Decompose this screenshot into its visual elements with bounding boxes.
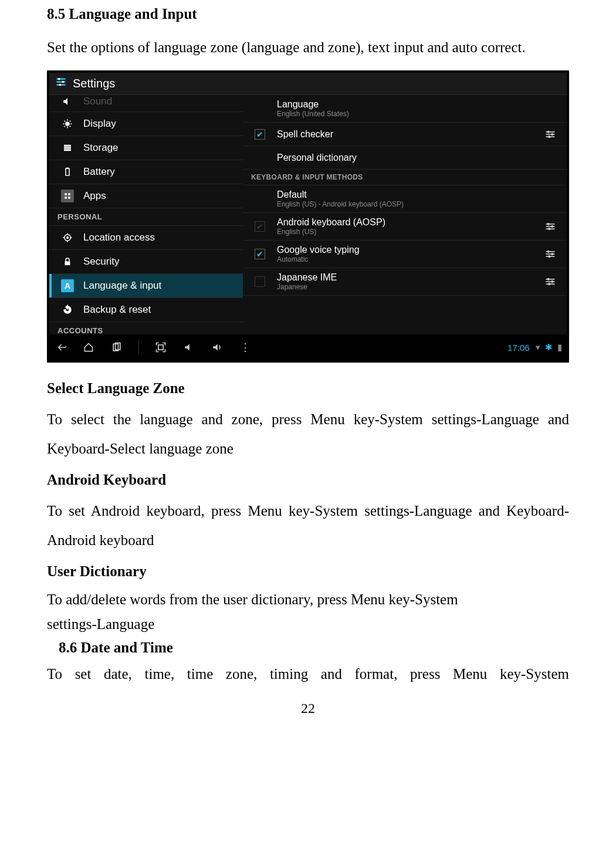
svg-point-3 — [58, 78, 60, 80]
settings-gear-icon[interactable] — [541, 221, 560, 232]
settings-title: Settings — [73, 77, 115, 90]
svg-rect-7 — [64, 145, 71, 147]
paragraph-user-dictionary-1: To add/delete words from the user dictio… — [47, 588, 569, 611]
svg-rect-9 — [64, 149, 71, 151]
row-subtitle: Japanese — [277, 283, 534, 291]
checkbox-icon[interactable]: ✔ — [255, 249, 265, 259]
android-navbar: ⋮ 17:06 ▾ ✱ ▮ — [49, 334, 567, 360]
row-title: Default — [277, 190, 560, 200]
sidebar-item-location[interactable]: Location access — [49, 226, 243, 250]
home-icon[interactable] — [82, 341, 95, 354]
clock-time: 17:06 — [507, 343, 530, 353]
category-keyboard-methods: KEYBOARD & INPUT METHODS — [243, 170, 567, 185]
svg-point-28 — [547, 223, 550, 225]
status-icons: ▾ ✱ ▮ — [533, 342, 562, 353]
sidebar-item-sound[interactable]: Sound — [49, 95, 243, 112]
sidebar-item-storage[interactable]: Storage — [49, 136, 243, 160]
location-icon — [61, 231, 74, 244]
sidebar-item-battery[interactable]: Battery — [49, 160, 243, 184]
speaker-icon — [61, 95, 74, 108]
volume-up-icon[interactable] — [211, 341, 224, 354]
row-subtitle: English (US) — [277, 228, 534, 236]
row-personal-dictionary[interactable]: Personal dictionary — [243, 146, 567, 170]
svg-point-42 — [548, 283, 550, 285]
sidebar-item-security[interactable]: Security — [49, 250, 243, 274]
svg-point-17 — [67, 237, 69, 239]
svg-rect-8 — [64, 147, 71, 149]
row-subtitle: English (US) - Android keyboard (AOSP) — [277, 200, 560, 208]
section-heading-8-6: 8.6 Date and Time — [59, 640, 569, 656]
row-title: Android keyboard (AOSP) — [277, 217, 534, 228]
screenshot-icon[interactable] — [154, 341, 167, 354]
sidebar-item-apps[interactable]: Apps — [49, 184, 243, 208]
paragraph-date-time: To set date, time, time zone, timing and… — [47, 659, 569, 689]
svg-rect-11 — [67, 168, 69, 169]
recent-icon[interactable] — [110, 341, 123, 354]
volume-down-icon[interactable] — [182, 341, 195, 354]
checkbox-icon: ✔ — [255, 221, 265, 232]
svg-point-24 — [548, 136, 550, 138]
svg-rect-18 — [65, 261, 70, 265]
bluetooth-icon: ✱ — [545, 342, 553, 352]
settings-titlebar: Settings — [49, 73, 567, 95]
page-number: 22 — [47, 701, 569, 716]
svg-rect-14 — [65, 197, 67, 199]
subheading-user-dictionary: User Dictionary — [47, 563, 569, 580]
svg-point-23 — [551, 133, 553, 135]
row-google-voice-typing[interactable]: ✔ Google voice typingAutomatic — [243, 241, 567, 268]
svg-rect-45 — [158, 345, 163, 350]
menu-dots-icon[interactable]: ⋮ — [239, 341, 252, 354]
paragraph-user-dictionary-2: settings-Language — [47, 613, 569, 636]
back-icon[interactable] — [54, 341, 67, 354]
lock-icon — [61, 255, 74, 268]
settings-icon — [55, 76, 67, 91]
apps-icon — [61, 190, 74, 202]
svg-point-40 — [547, 278, 550, 280]
language-icon: A — [61, 279, 74, 292]
svg-rect-15 — [68, 197, 70, 199]
row-language[interactable]: LanguageEnglish (United States) — [243, 95, 567, 123]
sidebar-item-language-input[interactable]: A Language & input — [49, 274, 243, 298]
row-title: Google voice typing — [277, 245, 534, 255]
row-spell-checker[interactable]: ✔ Spell checker — [243, 123, 567, 146]
subheading-select-language-zone: Select Language Zone — [47, 380, 569, 397]
sidebar-label: Language & input — [83, 280, 161, 292]
svg-rect-1 — [57, 81, 66, 83]
row-title: Personal dictionary — [277, 153, 560, 163]
storage-icon — [61, 141, 74, 154]
section-heading-8-5: 8.5 Language and Input — [47, 6, 569, 22]
paragraph-android-keyboard: To set Android keyboard, press Menu key-… — [47, 496, 569, 555]
svg-point-41 — [551, 280, 553, 283]
svg-point-35 — [551, 253, 553, 255]
settings-gear-icon[interactable] — [541, 276, 560, 287]
row-subtitle: Automatic — [277, 255, 534, 263]
settings-gear-icon[interactable] — [541, 128, 560, 140]
svg-point-34 — [547, 251, 550, 253]
svg-point-30 — [548, 228, 550, 230]
android-settings-screenshot: Settings Sound Display Storage Battery A… — [47, 70, 569, 363]
sidebar-label: Backup & reset — [83, 304, 151, 316]
sidebar-label: Sound — [83, 96, 112, 107]
settings-content: LanguageEnglish (United States) ✔ Spell … — [243, 95, 567, 334]
checkbox-icon[interactable] — [255, 276, 265, 287]
row-android-keyboard[interactable]: ✔ Android keyboard (AOSP)English (US) — [243, 213, 567, 241]
sidebar-item-display[interactable]: Display — [49, 112, 243, 136]
row-title: Japanese IME — [277, 272, 534, 283]
row-japanese-ime[interactable]: Japanese IMEJapanese — [243, 268, 567, 296]
intro-paragraph: Set the options of language zone (langua… — [47, 33, 569, 62]
display-icon — [61, 117, 74, 130]
svg-point-6 — [65, 121, 70, 126]
svg-rect-10 — [66, 168, 69, 175]
sidebar-label: Security — [83, 256, 119, 268]
sidebar-label: Storage — [83, 142, 119, 154]
row-default[interactable]: DefaultEnglish (US) - Android keyboard (… — [243, 185, 567, 213]
sidebar-label: Location access — [83, 232, 155, 243]
battery-status-icon: ▮ — [557, 342, 562, 352]
sidebar-item-backup-reset[interactable]: Backup & reset — [49, 298, 243, 322]
subheading-android-keyboard: Android Keyboard — [47, 472, 569, 488]
row-subtitle: English (United States) — [277, 110, 560, 118]
settings-gear-icon[interactable] — [541, 248, 560, 260]
checkbox-icon[interactable]: ✔ — [255, 129, 265, 140]
svg-rect-0 — [57, 78, 66, 80]
sidebar-label: Battery — [83, 166, 115, 178]
